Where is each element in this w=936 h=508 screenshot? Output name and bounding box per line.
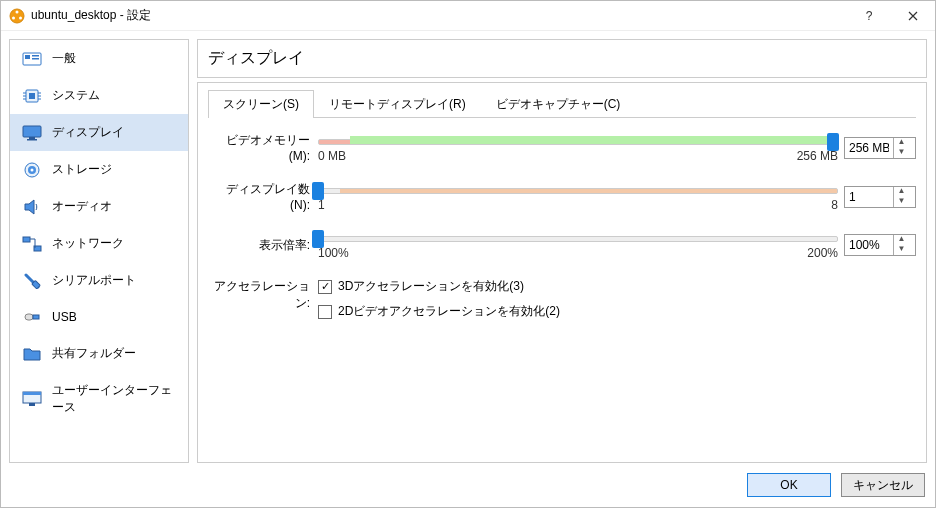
sidebar-item-general[interactable]: 一般: [10, 40, 188, 77]
sidebar-item-label: ディスプレイ: [52, 124, 124, 141]
spin-down[interactable]: ▼: [894, 245, 909, 255]
spin-down[interactable]: ▼: [894, 148, 909, 158]
scale-spinbox[interactable]: ▲▼: [844, 234, 916, 256]
sidebar-item-serial[interactable]: シリアルポート: [10, 262, 188, 299]
sidebar-item-audio[interactable]: オーディオ: [10, 188, 188, 225]
dcount-min: 1: [318, 198, 325, 212]
sidebar-item-label: ユーザーインターフェース: [52, 382, 176, 416]
sidebar-item-display[interactable]: ディスプレイ: [10, 114, 188, 151]
svg-rect-23: [29, 403, 35, 406]
sidebar-item-label: システム: [52, 87, 100, 104]
sidebar-item-label: 共有フォルダー: [52, 345, 136, 362]
scale-slider[interactable]: 100% 200%: [318, 230, 838, 260]
tab-screen[interactable]: スクリーン(S): [208, 90, 314, 118]
spin-up[interactable]: ▲: [894, 138, 909, 148]
dcount-label: ディスプレイ数(N):: [208, 181, 318, 212]
svg-rect-7: [32, 58, 39, 60]
svg-rect-19: [25, 314, 33, 320]
accel-2d-label: 2Dビデオアクセラレーションを有効化(2): [338, 303, 560, 320]
sidebar-item-label: シリアルポート: [52, 272, 136, 289]
checkbox-checked-icon: ✓: [318, 280, 332, 294]
spin-down[interactable]: ▼: [894, 197, 909, 207]
svg-rect-12: [27, 139, 37, 141]
tab-capture[interactable]: ビデオキャプチャー(C): [481, 90, 636, 118]
scale-label: 表示倍率:: [208, 237, 318, 254]
accel-3d-label: 3Dアクセラレーションを有効化(3): [338, 278, 524, 295]
cancel-button[interactable]: キャンセル: [841, 473, 925, 497]
ok-button[interactable]: OK: [747, 473, 831, 497]
serial-icon: [22, 273, 42, 289]
sidebar-item-label: USB: [52, 310, 77, 324]
display-icon: [22, 125, 42, 141]
tabs: スクリーン(S) リモートディスプレイ(R) ビデオキャプチャー(C): [208, 89, 916, 118]
close-button[interactable]: [891, 1, 935, 31]
dcount-input[interactable]: [845, 188, 893, 206]
dcount-slider[interactable]: 1 8: [318, 182, 838, 212]
scale-max: 200%: [807, 246, 838, 260]
app-icon: [9, 8, 25, 24]
svg-rect-5: [25, 55, 30, 59]
usb-icon: [22, 309, 42, 325]
sidebar-item-usb[interactable]: USB: [10, 299, 188, 335]
sidebar-item-shared[interactable]: 共有フォルダー: [10, 335, 188, 372]
vmem-input[interactable]: [845, 139, 893, 157]
vmem-slider[interactable]: 0 MB 256 MB: [318, 133, 838, 163]
network-icon: [22, 236, 42, 252]
sidebar-item-label: オーディオ: [52, 198, 112, 215]
scale-min: 100%: [318, 246, 349, 260]
vmem-label: ビデオメモリー(M):: [208, 132, 318, 163]
disk-icon: [22, 162, 42, 178]
checkbox-unchecked-icon: [318, 305, 332, 319]
folder-icon: [22, 346, 42, 362]
svg-point-1: [16, 10, 19, 13]
chip-icon: [22, 88, 42, 104]
svg-point-2: [12, 16, 15, 19]
sidebar-item-network[interactable]: ネットワーク: [10, 225, 188, 262]
tab-remote[interactable]: リモートディスプレイ(R): [314, 90, 481, 118]
vmem-max: 256 MB: [797, 149, 838, 163]
sidebar-item-system[interactable]: システム: [10, 77, 188, 114]
svg-rect-6: [32, 55, 39, 57]
general-icon: [22, 51, 42, 67]
sidebar: 一般 システム ディスプレイ ストレージ オーディオ ネットワーク: [9, 39, 189, 463]
svg-rect-11: [29, 137, 35, 139]
vmem-min: 0 MB: [318, 149, 346, 163]
page-title: ディスプレイ: [197, 39, 927, 78]
svg-point-15: [31, 168, 34, 171]
speaker-icon: [22, 199, 42, 215]
help-button[interactable]: ?: [847, 1, 891, 31]
scale-input[interactable]: [845, 236, 893, 254]
svg-rect-20: [33, 315, 39, 319]
svg-rect-16: [23, 237, 30, 242]
dcount-max: 8: [831, 198, 838, 212]
sidebar-item-label: ストレージ: [52, 161, 112, 178]
window-title: ubuntu_desktop - 設定: [31, 7, 847, 24]
accel-2d-checkbox[interactable]: 2Dビデオアクセラレーションを有効化(2): [318, 303, 916, 320]
sidebar-item-label: 一般: [52, 50, 76, 67]
accel-label: アクセラレーション:: [208, 278, 318, 312]
ui-icon: [22, 391, 42, 407]
svg-rect-10: [23, 126, 41, 137]
accel-3d-checkbox[interactable]: ✓ 3Dアクセラレーションを有効化(3): [318, 278, 916, 295]
sidebar-item-storage[interactable]: ストレージ: [10, 151, 188, 188]
vmem-spinbox[interactable]: ▲▼: [844, 137, 916, 159]
titlebar: ubuntu_desktop - 設定 ?: [1, 1, 935, 31]
sidebar-item-label: ネットワーク: [52, 235, 124, 252]
svg-rect-22: [23, 392, 41, 395]
sidebar-item-ui[interactable]: ユーザーインターフェース: [10, 372, 188, 426]
dcount-spinbox[interactable]: ▲▼: [844, 186, 916, 208]
svg-rect-9: [29, 93, 35, 99]
spin-up[interactable]: ▲: [894, 187, 909, 197]
svg-point-3: [19, 16, 22, 19]
